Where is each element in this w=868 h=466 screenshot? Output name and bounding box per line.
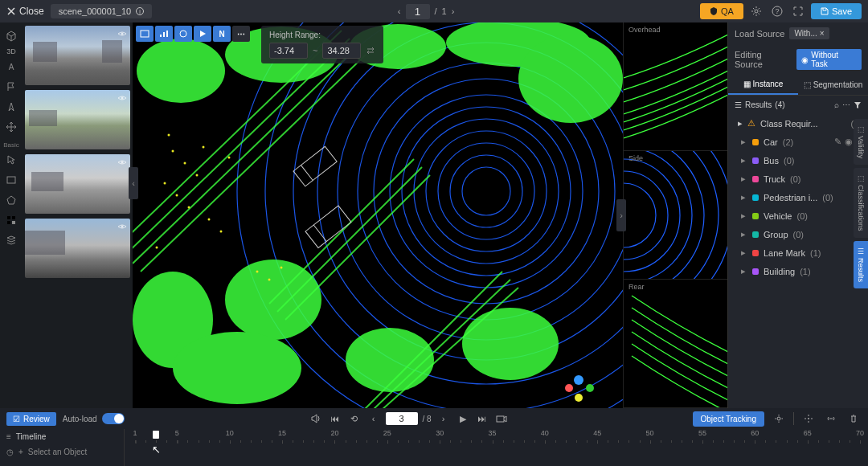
svg-line-48 — [269, 159, 414, 304]
sliders-icon[interactable]: ≡ — [6, 432, 11, 441]
x-icon[interactable]: × — [820, 29, 825, 38]
timeline-tick: 1 — [133, 429, 137, 437]
scene-chip[interactable]: scene_000001_10 i — [51, 4, 153, 18]
rect-shape-button[interactable] — [136, 26, 154, 42]
class-row[interactable]: ▸ Lane Mark (1) — [728, 243, 868, 262]
cursor-tool-icon[interactable] — [2, 151, 20, 169]
autoload-toggle[interactable] — [102, 413, 125, 424]
save-button[interactable]: Save — [811, 3, 862, 19]
plus-icon[interactable]: + — [18, 448, 23, 456]
compass-tool-icon[interactable] — [2, 98, 20, 116]
swap-icon[interactable] — [366, 46, 375, 55]
class-row[interactable]: ▸ Car (2)✎◉⎘ — [728, 133, 868, 151]
main-3d-view[interactable] — [133, 22, 623, 408]
rewind-icon[interactable]: ⟲ — [347, 411, 362, 426]
eye-icon[interactable] — [117, 29, 127, 39]
svg-point-64 — [268, 279, 271, 281]
camera-thumb-1[interactable] — [25, 26, 130, 85]
collapse-right-handle[interactable]: › — [616, 199, 626, 231]
move-tool-icon[interactable] — [2, 118, 20, 136]
side-tab-results[interactable]: ☰Results — [854, 241, 868, 288]
timeline-track[interactable]: 1510152025303540455055606570 ↖ — [125, 429, 868, 466]
more-icon[interactable]: ⋯ — [842, 100, 850, 109]
load-source-label: Load Source — [735, 29, 784, 39]
top-bar: Close scene_000001_10 i ‹ / 1 › QA ? Sav… — [0, 0, 868, 22]
info-icon[interactable]: i — [136, 7, 144, 15]
n-shape-button[interactable]: N — [213, 26, 231, 42]
without-task-chip[interactable]: ◉ Without Task — [796, 49, 862, 70]
height-max-input[interactable] — [322, 43, 361, 59]
tab-segmentation[interactable]: ⬚Segmentation — [798, 75, 868, 95]
chevron-right-icon: ▸ — [741, 266, 747, 276]
camera-icon[interactable] — [494, 411, 509, 426]
overhead-view[interactable]: Overhead — [623, 22, 727, 151]
settings-icon[interactable] — [771, 411, 787, 427]
eye-icon[interactable] — [117, 157, 127, 167]
timeline-playhead[interactable] — [153, 431, 159, 439]
flag-tool-icon[interactable] — [2, 78, 20, 96]
bars-shape-button[interactable] — [155, 26, 173, 42]
rear-view[interactable]: Rear — [623, 280, 727, 408]
class-row[interactable]: ▸ Bus (0) — [728, 151, 868, 170]
circle-shape-button[interactable] — [174, 26, 192, 42]
class-list: ▸ Car (2)✎◉⎘▸ Bus (0)▸ Truck (0)▸ Pedest… — [728, 133, 868, 280]
skip-back-icon[interactable]: ⏮ — [328, 411, 342, 426]
class-row[interactable]: ▸ Group (0) — [728, 225, 868, 243]
review-chip[interactable]: ☑Review — [6, 412, 56, 426]
class-count: (0) — [822, 193, 833, 202]
edit-icon[interactable]: ✎ — [834, 137, 841, 147]
svg-point-76 — [575, 394, 583, 402]
trash-icon[interactable] — [845, 411, 862, 427]
eye-icon[interactable] — [117, 93, 127, 103]
qa-button[interactable]: QA — [700, 3, 743, 19]
check-icon: ☑ — [13, 415, 20, 423]
text-tool-icon[interactable]: A — [2, 58, 20, 76]
class-row[interactable]: ▸ Building (1) — [728, 262, 868, 280]
camera-thumb-4[interactable] — [25, 219, 130, 278]
tab-instance[interactable]: ▦Instance — [728, 75, 798, 95]
camera-thumb-3[interactable] — [25, 154, 130, 214]
play-shape-button[interactable] — [194, 26, 211, 42]
side-tab-classifications[interactable]: ⬚Classifications — [854, 168, 868, 238]
svg-point-38 — [518, 35, 623, 123]
class-requirements-row[interactable]: ▸ ⚠ Class Requir... (0) — [728, 114, 868, 133]
class-row[interactable]: ▸ Truck (0) — [728, 170, 868, 188]
cube-tool-icon[interactable] — [2, 27, 20, 45]
load-source-chip[interactable]: With...× — [789, 27, 829, 39]
next-frame-icon[interactable]: › — [436, 411, 451, 426]
search-icon[interactable]: ⌕ — [834, 100, 839, 109]
chevron-left-icon[interactable]: ‹ — [398, 6, 401, 16]
height-min-input[interactable] — [269, 43, 308, 59]
class-row[interactable]: ▸ Vehicle (0) — [728, 206, 868, 225]
chevron-right-icon[interactable]: › — [452, 6, 455, 16]
more-shape-button[interactable]: ⋯ — [232, 26, 250, 42]
grid-tool-icon[interactable] — [2, 211, 20, 229]
link-icon[interactable] — [823, 411, 839, 427]
center-icon[interactable] — [800, 411, 817, 427]
svg-point-23 — [426, 131, 547, 251]
camera-thumb-2[interactable] — [25, 90, 130, 149]
speaker-icon[interactable] — [309, 411, 323, 426]
class-row[interactable]: ▸ Pedestrian i... (0) — [728, 188, 868, 206]
fullscreen-icon[interactable] — [790, 3, 806, 19]
filter-icon[interactable] — [854, 101, 862, 109]
collapse-left-handle[interactable]: ‹ — [129, 167, 138, 199]
eye-icon[interactable]: ◉ — [845, 137, 853, 147]
svg-rect-84 — [497, 416, 504, 422]
skip-forward-icon[interactable]: ⏭ — [475, 411, 489, 426]
prev-frame-icon[interactable]: ‹ — [366, 411, 381, 426]
side-view[interactable]: Side — [623, 151, 727, 280]
object-tracking-button[interactable]: Object Tracking — [693, 411, 764, 427]
frame-input[interactable] — [386, 412, 418, 425]
help-icon[interactable]: ? — [769, 3, 785, 19]
polygon-tool-icon[interactable] — [2, 191, 20, 209]
page-input[interactable] — [406, 4, 430, 19]
side-tab-validity[interactable]: ⬚Validity — [854, 119, 868, 165]
select-object-row[interactable]: ◷ + Select an Object — [0, 444, 124, 460]
play-icon[interactable]: ▶ — [456, 411, 470, 426]
eye-icon[interactable] — [117, 222, 127, 231]
layers-tool-icon[interactable] — [2, 231, 20, 249]
rect-tool-icon[interactable] — [2, 171, 20, 189]
gear-icon[interactable] — [748, 3, 764, 19]
close-button[interactable]: Close — [6, 6, 44, 17]
